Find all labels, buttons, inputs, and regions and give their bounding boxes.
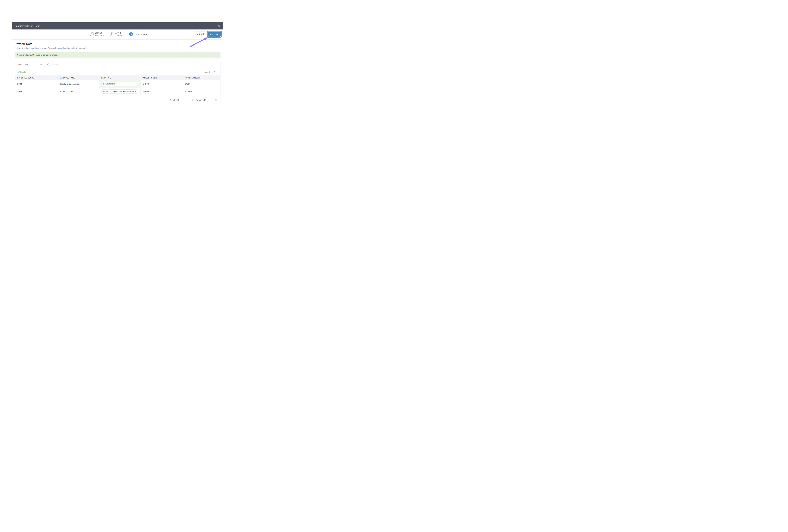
chevron-down-icon xyxy=(134,91,136,92)
header-perk-type: PERK TYPE xyxy=(99,76,140,80)
total-count: Total: 2 xyxy=(204,71,210,73)
table-header-row: EMPLOYEE NUMBER EMPLOYEE NAME PERK TYPE … xyxy=(15,76,220,80)
last-page-icon[interactable] xyxy=(215,99,217,101)
cell-employee-number: 2022 xyxy=(15,88,57,95)
perk-type-value: Health Insurance xyxy=(103,83,118,85)
cell-taxable-amount: 100000 xyxy=(182,88,220,95)
pagination-range: 1 to 2 of 2 xyxy=(170,99,179,101)
perk-type-select[interactable]: Health Insurance xyxy=(101,82,138,86)
stepper: 1 UPLOAD TEMPLATE 2 MATCH COLUMNS 3 PREV… xyxy=(90,29,147,39)
step-match-columns[interactable]: 2 MATCH COLUMNS xyxy=(110,32,123,37)
cell-amount-given: 24500 xyxy=(140,80,182,88)
cell-employee-name: Anusha Niharika xyxy=(57,88,99,95)
header-employee-name: EMPLOYEE NAME xyxy=(57,76,99,80)
annotation-highlight-ring: Continue xyxy=(207,31,222,38)
back-button[interactable]: Back xyxy=(194,32,206,36)
step-upload-template[interactable]: 1 UPLOAD TEMPLATE xyxy=(90,32,104,37)
step-2-label: MATCH COLUMNS xyxy=(115,32,123,37)
page: Import Employee Perks 1 UPLOAD TEMPLATE … xyxy=(0,0,236,133)
cell-perk-type: Health Insurance xyxy=(99,80,140,88)
perk-type-value: Professional Education Reimbursem... xyxy=(103,91,134,93)
step-1-label: UPLOAD TEMPLATE xyxy=(95,32,104,37)
summary-right: Total: 2 xyxy=(204,70,215,74)
page-subtitle: Following data is found in excel file. P… xyxy=(15,47,87,49)
update-summary-row: 1 Update Total: 2 xyxy=(15,68,220,76)
search-input[interactable] xyxy=(51,63,102,66)
back-button-label: Back xyxy=(199,33,204,35)
table-row: 2022 Anusha Niharika Professional Educat… xyxy=(15,88,220,95)
cell-employee-number: 2004 xyxy=(15,80,57,88)
cell-employee-name: Sabitha Jhansilakshmi xyxy=(57,80,99,88)
step-1-circle: 1 xyxy=(90,32,94,36)
header-taxable-amount: TAXABLE AMOUNT xyxy=(182,76,220,80)
kebab-menu-icon[interactable] xyxy=(214,70,215,74)
chevron-left-icon xyxy=(197,33,198,35)
toolbar-shadow xyxy=(12,39,223,40)
preview-table: EMPLOYEE NUMBER EMPLOYEE NAME PERK TYPE … xyxy=(15,76,220,95)
filter-row: Modification xyxy=(15,61,220,68)
chevron-down-icon xyxy=(134,83,136,84)
data-card: Modification 1 Update Total: 2 EMPLOYEE xyxy=(15,61,220,104)
step-3-circle: 3 xyxy=(129,32,133,36)
page-title: Preview Data xyxy=(15,42,32,45)
modification-filter-select[interactable]: Modification xyxy=(15,61,45,68)
close-icon[interactable] xyxy=(217,24,220,27)
step-2-circle: 2 xyxy=(110,32,114,36)
pagination: 1 to 2 of 2 Page 1 of 1 xyxy=(15,95,220,104)
header-amount-given: AMOUNT GIVEN xyxy=(140,76,182,80)
update-count-filter[interactable]: 1 Update xyxy=(18,71,26,73)
modal-title: Import Employee Perks xyxy=(15,25,40,27)
search-icon xyxy=(47,63,50,66)
continue-button[interactable]: Continue xyxy=(208,32,221,37)
table-row: 2004 Sabitha Jhansilakshmi Health Insura… xyxy=(15,80,220,88)
cell-taxable-amount: 24500 xyxy=(182,80,220,88)
first-page-icon[interactable] xyxy=(186,99,188,101)
chevron-down-icon xyxy=(40,64,42,65)
search-box xyxy=(45,61,220,68)
success-banner: No errors found, Proceed to complete imp… xyxy=(15,52,220,58)
step-3-label: PREVIEW DATA xyxy=(134,33,147,36)
modal-title-bar: Import Employee Perks xyxy=(12,22,223,29)
modification-filter-label: Modification xyxy=(18,63,28,66)
pagination-page: Page 1 of 1 xyxy=(196,99,206,101)
step-preview-data[interactable]: 3 PREVIEW DATA xyxy=(129,32,147,36)
perk-type-select[interactable]: Professional Education Reimbursem... xyxy=(101,90,138,94)
success-banner-text: No errors found, Proceed to complete imp… xyxy=(17,54,58,56)
next-page-icon[interactable] xyxy=(209,99,211,101)
header-employee-number: EMPLOYEE NUMBER xyxy=(15,76,57,80)
previous-page-icon[interactable] xyxy=(191,99,194,101)
cell-amount-given: 100000 xyxy=(140,88,182,95)
cell-perk-type: Professional Education Reimbursem... xyxy=(99,88,140,95)
